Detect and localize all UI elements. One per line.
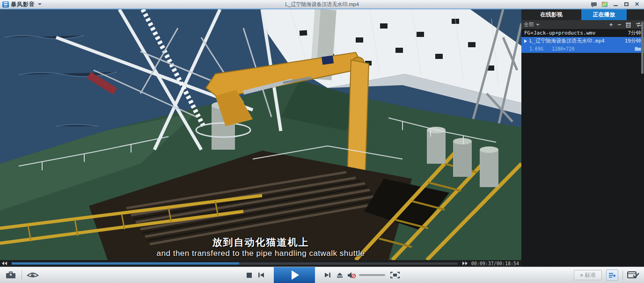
file-size: 1.69G [529,46,543,51]
fullscreen-button[interactable] [389,269,401,281]
close-button[interactable]: ✕ [634,1,640,7]
maximize-button[interactable] [623,1,629,7]
divider [22,270,22,280]
window-controls: ✕ [591,1,644,7]
play-button[interactable] [274,267,315,283]
playlist-item-duration: 7分钟 [628,29,641,36]
playlist: FG+Jack-up+products.wmv 7分钟 L_辽宁陆海设备汉语无水… [521,29,644,53]
playlist-item-name: FG+Jack-up+products.wmv [524,30,595,36]
minimize-icon [614,5,618,6]
tab-online-movies[interactable]: 在线影视 [521,9,581,20]
folder-icon [635,46,641,51]
toolbox-button[interactable] [5,269,17,281]
playlist-sidebar: 在线影视 正在播放 全部 + − [521,9,644,267]
playlist-item-playing[interactable]: L_辽宁陆海设备汉语无水印.mp4 19分钟 [521,37,644,45]
remove-item-button[interactable]: − [617,22,621,28]
add-item-button[interactable]: + [609,22,613,28]
minimize-button[interactable] [612,1,619,7]
progress-strip: 00:09:37/00:18:54 [0,260,521,267]
open-folder-button[interactable] [635,46,641,52]
standard-mode-label: 标准 [585,271,596,279]
file-resolution: 1280×720 [552,46,574,51]
volume-muted-icon [347,272,357,279]
film-check-icon [627,271,639,279]
app-logo-text: 暴风影音 [11,0,35,8]
window-title: L_辽宁陆海设备汉语无水印.mp4 [0,1,644,8]
app-logo-icon [2,1,9,7]
video-frame [0,9,521,260]
eye-protect-button[interactable] [27,269,39,281]
tab-now-playing[interactable]: 正在播放 [581,9,627,20]
rewind-button[interactable] [2,261,7,265]
close-icon: ✕ [635,2,639,7]
sidebar-tabs: 在线影视 正在播放 [521,9,644,20]
play-indicator-icon [524,39,527,43]
eject-button[interactable] [334,269,346,281]
mute-button[interactable] [346,269,358,281]
playlist-item-details[interactable]: 1.69G 1280×720 [521,45,644,53]
maximize-icon [624,2,629,6]
video-area[interactable]: 放到自动化猫道机上 and then transfered to the pip… [0,9,521,267]
clear-list-button[interactable] [626,22,631,28]
app-logo-menu[interactable]: 暴风影音 [0,0,42,8]
tab-filler [627,9,644,20]
sidebar-scrollbar[interactable] [641,22,644,74]
playlist-toolbar: 全部 + − [521,20,644,29]
divider [622,270,623,280]
previous-button[interactable] [255,269,267,281]
playlist-toggle-icon [608,272,616,278]
toolbox-icon [6,271,16,279]
playback-controls [243,267,401,283]
fast-forward-button[interactable] [462,261,468,265]
progress-bar[interactable] [12,262,458,265]
next-icon [324,272,331,278]
eye-icon [27,271,39,279]
filter-all-label: 全部 [524,21,534,28]
chevrons-right-icon: » [580,272,582,278]
next-button[interactable] [322,269,334,281]
chevron-down-icon [536,24,540,26]
skin-button[interactable] [601,1,608,7]
volume-slider[interactable] [359,274,385,276]
control-bar: » 标准 [0,267,644,283]
play-icon [292,270,299,280]
standard-mode-button[interactable]: » 标准 [574,270,602,280]
progress-fill [12,262,239,265]
playlist-item[interactable]: FG+Jack-up+products.wmv 7分钟 [521,29,644,37]
stop-button[interactable] [243,269,255,281]
trash-icon [626,22,631,28]
playlist-item-name: L_辽宁陆海设备汉语无水印.mp4 [529,37,605,44]
eject-icon [337,272,343,278]
feedback-button[interactable] [591,1,597,7]
video-check-button[interactable] [627,269,639,281]
time-display: 00:09:37/00:18:54 [471,261,519,266]
fullscreen-icon [390,272,400,278]
chevron-down-icon [38,3,42,5]
playlist-item-duration: 19分钟 [625,37,641,44]
title-bar: 暴风影音 L_辽宁陆海设备汉语无水印.mp4 ✕ [0,0,644,9]
stop-icon [247,273,252,278]
speech-bubble-icon [591,2,597,6]
previous-icon [258,272,264,278]
player-window: 暴风影音 L_辽宁陆海设备汉语无水印.mp4 ✕ [0,0,644,283]
filter-all-dropdown[interactable]: 全部 [524,21,540,28]
playlist-toggle-button[interactable] [606,269,618,281]
skin-palette-icon [602,2,607,7]
